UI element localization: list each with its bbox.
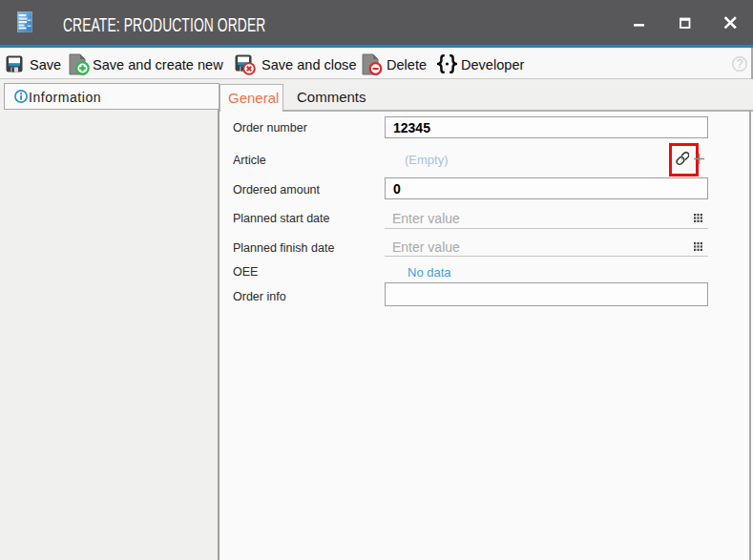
svg-text:?: ? <box>737 57 743 71</box>
